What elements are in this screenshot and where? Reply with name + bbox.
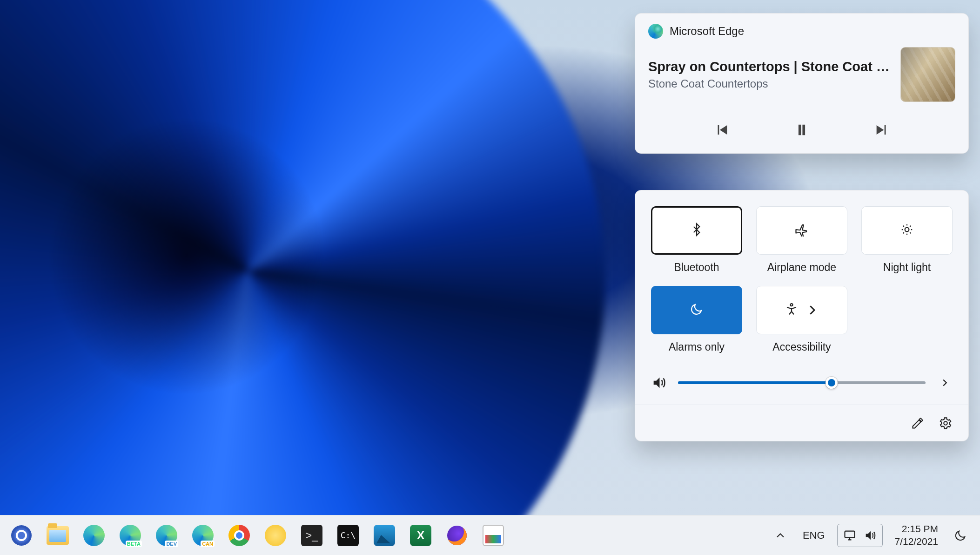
tray-overflow-button[interactable]: [770, 524, 791, 547]
skip-next-icon: [874, 122, 890, 138]
edge-dev-icon: DEV: [155, 524, 178, 547]
taskbar-edge-dev-icon[interactable]: DEV: [152, 521, 181, 550]
slider-thumb[interactable]: [826, 377, 838, 389]
skip-previous-icon: [714, 122, 730, 138]
excel-icon: X: [409, 524, 432, 547]
taskbar-image-viewer-icon[interactable]: [478, 521, 508, 550]
tile-night-light[interactable]: [861, 206, 953, 255]
night-light-icon: [900, 223, 914, 238]
taskbar-chrome-icon[interactable]: [224, 521, 254, 550]
svg-point-1: [791, 304, 793, 306]
tile-accessibility[interactable]: [756, 286, 847, 334]
moon-icon: [690, 302, 704, 318]
play-pause-button[interactable]: [790, 118, 814, 142]
monitor-icon: [843, 529, 856, 542]
edge-icon: [648, 24, 663, 39]
speaker-icon: [864, 529, 877, 542]
svg-point-2: [944, 421, 947, 425]
taskbar-file-explorer-icon[interactable]: [43, 521, 73, 550]
edge-beta-icon: BETA: [119, 524, 141, 547]
chrome-canary-icon: [264, 524, 287, 547]
moon-icon: [954, 529, 967, 542]
dev-prompt-icon: >_: [301, 524, 323, 547]
volume-output-button[interactable]: [937, 375, 953, 391]
edge-canary-icon: CAN: [192, 524, 214, 547]
focus-assist-tray-button[interactable]: [950, 524, 971, 547]
taskbar-chrome-canary-icon[interactable]: [261, 521, 290, 550]
accessibility-icon: [785, 302, 799, 318]
pause-icon: [794, 122, 810, 138]
tile-label: Alarms only: [669, 341, 725, 353]
tile-label: Airplane mode: [767, 261, 836, 274]
taskbar: BETADEVCAN>_C:\X ENG 2:15 PM 7/12/2021: [0, 515, 980, 555]
pencil-icon: [911, 417, 924, 430]
clock-date: 7/12/2021: [895, 535, 938, 548]
previous-track-button[interactable]: [710, 118, 734, 142]
language-indicator[interactable]: ENG: [799, 524, 829, 547]
airplane-icon: [795, 223, 809, 238]
media-title: Spray on Countertops | Stone Coat E…: [648, 59, 892, 74]
clock-button[interactable]: 2:15 PM 7/12/2021: [891, 524, 942, 547]
svg-point-0: [905, 228, 909, 232]
chevron-right-icon: [805, 303, 819, 317]
chevron-up-icon: [774, 529, 787, 542]
system-tray: ENG 2:15 PM 7/12/2021: [770, 524, 973, 547]
tile-airplane-mode[interactable]: [756, 206, 847, 255]
taskbar-dev-prompt-icon[interactable]: >_: [297, 521, 327, 550]
tile-label: Night light: [883, 261, 931, 274]
volume-icon[interactable]: [651, 375, 667, 391]
chrome-icon: [228, 524, 250, 547]
taskbar-edge-icon[interactable]: [79, 521, 109, 550]
volume-slider[interactable]: [678, 377, 926, 389]
tile-bluetooth[interactable]: [651, 206, 742, 255]
settings-button[interactable]: [933, 411, 958, 436]
taskbar-settings-icon[interactable]: [7, 521, 36, 550]
image-viewer-icon: [482, 524, 504, 547]
media-control-panel: Microsoft Edge Spray on Countertops | St…: [635, 13, 969, 154]
quick-settings-panel: BluetoothAirplane modeNight lightAlarms …: [635, 190, 969, 441]
edit-quick-settings-button[interactable]: [905, 411, 930, 436]
svg-rect-3: [845, 531, 854, 537]
taskbar-photos-icon[interactable]: [369, 521, 399, 550]
edge-icon: [83, 524, 105, 547]
tile-label: Accessibility: [772, 341, 831, 353]
taskbar-firefox-icon[interactable]: [442, 521, 472, 550]
chevron-right-icon: [940, 378, 950, 388]
slider-fill: [678, 381, 832, 384]
media-source-header: Microsoft Edge: [648, 24, 955, 39]
tile-label: Bluetooth: [674, 261, 719, 274]
network-volume-button[interactable]: [837, 524, 883, 547]
next-track-button[interactable]: [870, 118, 894, 142]
bluetooth-icon: [690, 223, 704, 238]
photos-icon: [373, 524, 396, 547]
gear-icon: [939, 417, 952, 430]
taskbar-excel-icon[interactable]: X: [406, 521, 436, 550]
media-artist: Stone Coat Countertops: [648, 77, 892, 90]
terminal-icon: C:\: [337, 524, 359, 547]
settings-icon: [10, 524, 33, 547]
file-explorer-icon: [47, 524, 69, 547]
taskbar-terminal-icon[interactable]: C:\: [333, 521, 363, 550]
tile-alarms-only[interactable]: [651, 286, 742, 334]
media-source-app: Microsoft Edge: [670, 25, 744, 38]
clock-time: 2:15 PM: [895, 523, 938, 535]
media-thumbnail: [900, 47, 955, 102]
firefox-icon: [446, 524, 468, 547]
taskbar-edge-canary-icon[interactable]: CAN: [188, 521, 218, 550]
taskbar-edge-beta-icon[interactable]: BETA: [115, 521, 145, 550]
